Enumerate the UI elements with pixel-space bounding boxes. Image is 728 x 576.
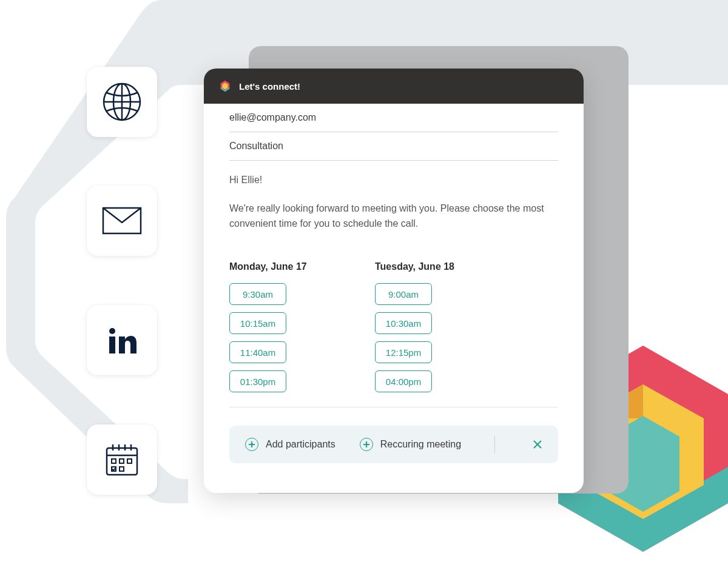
svg-rect-7 xyxy=(109,337,115,353)
mail-icon xyxy=(102,207,142,235)
greeting-text: Hi Ellie! xyxy=(229,173,558,188)
body-text: We're really looking forward to meeting … xyxy=(229,201,558,232)
plus-circle-icon xyxy=(360,438,373,451)
globe-icon xyxy=(102,82,142,122)
message-body: Hi Ellie! We're really looking forward t… xyxy=(229,161,558,252)
time-slot[interactable]: 10:30am xyxy=(375,312,432,334)
time-slot[interactable]: 9:30am xyxy=(229,283,286,305)
time-slot[interactable]: 04:00pm xyxy=(375,370,432,392)
svg-rect-14 xyxy=(112,459,116,463)
availability-columns: Monday, June 17 9:30am 10:15am 11:40am 0… xyxy=(229,252,558,407)
tile-linkedin[interactable] xyxy=(87,305,157,375)
recurring-label: Reccuring meeting xyxy=(380,439,461,450)
day-column-1: Monday, June 17 9:30am 10:15am 11:40am 0… xyxy=(229,261,339,392)
modal-header: Let's connect! xyxy=(204,69,584,104)
day-label: Tuesday, June 18 xyxy=(375,261,484,272)
calendar-icon xyxy=(104,442,140,477)
tile-globe[interactable] xyxy=(87,67,157,137)
time-slot[interactable]: 01:30pm xyxy=(229,370,286,392)
connect-modal: Let's connect! ellie@company.com Consult… xyxy=(204,69,584,493)
subject-field[interactable]: Consultation xyxy=(229,132,558,161)
tile-mail[interactable] xyxy=(87,186,157,256)
modal-footer: Add participants Reccuring meeting xyxy=(229,426,558,463)
footer-divider xyxy=(494,436,495,453)
close-icon xyxy=(533,440,542,449)
time-slot[interactable]: 10:15am xyxy=(229,312,286,334)
tile-calendar[interactable] xyxy=(87,424,157,495)
linkedin-icon xyxy=(107,325,137,355)
recurring-meeting-button[interactable]: Reccuring meeting xyxy=(360,438,461,451)
svg-rect-16 xyxy=(127,459,132,463)
plus-circle-icon xyxy=(245,438,258,451)
day-column-2: Tuesday, June 18 9:00am 10:30am 12:15pm … xyxy=(375,261,484,392)
day-label: Monday, June 17 xyxy=(229,261,339,272)
modal-title: Let's connect! xyxy=(239,81,300,92)
email-field[interactable]: ellie@company.com xyxy=(229,104,558,132)
svg-rect-18 xyxy=(120,467,124,471)
time-slot[interactable]: 12:15pm xyxy=(375,341,432,363)
add-participants-label: Add participants xyxy=(266,439,335,450)
close-button[interactable] xyxy=(533,440,542,449)
svg-rect-15 xyxy=(120,459,124,463)
time-slot[interactable]: 9:00am xyxy=(375,283,432,305)
time-slot[interactable]: 11:40am xyxy=(229,341,286,363)
add-participants-button[interactable]: Add participants xyxy=(245,438,335,451)
svg-point-6 xyxy=(109,328,115,334)
app-logo-icon xyxy=(218,79,232,93)
